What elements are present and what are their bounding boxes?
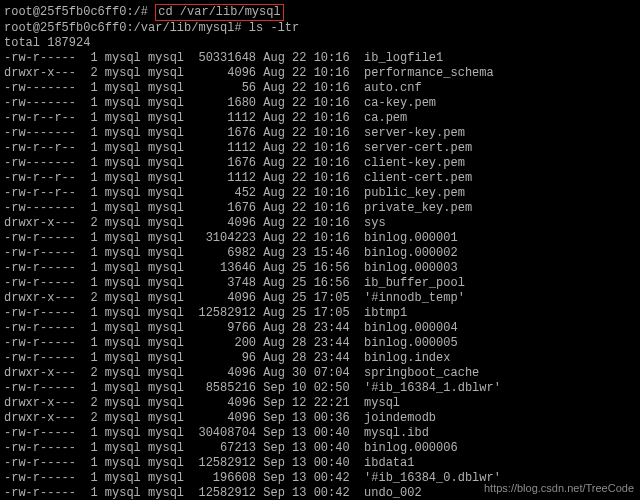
file-name: undo_002 (364, 486, 422, 500)
list-row: -rw------- 1 mysql mysql 1676 Aug 22 10:… (4, 156, 636, 171)
file-name: ib_buffer_pool (364, 276, 465, 290)
list-row: -rw-r--r-- 1 mysql mysql 1112 Aug 22 10:… (4, 171, 636, 186)
list-row: -rw-r----- 1 mysql mysql 30408704 Sep 13… (4, 426, 636, 441)
list-row: -rw-r----- 1 mysql mysql 96 Aug 28 23:44… (4, 351, 636, 366)
file-name: ib_logfile1 (364, 51, 443, 65)
list-row: -rw-r----- 1 mysql mysql 50331648 Aug 22… (4, 51, 636, 66)
file-name: '#innodb_temp' (364, 291, 465, 305)
list-row: -rw-r----- 1 mysql mysql 3748 Aug 25 16:… (4, 276, 636, 291)
file-name: binlog.000003 (364, 261, 458, 275)
file-name: public_key.pem (364, 186, 465, 200)
list-row: drwxr-x--- 2 mysql mysql 4096 Aug 25 17:… (4, 291, 636, 306)
list-row: -rw-r----- 1 mysql mysql 3104223 Aug 22 … (4, 231, 636, 246)
list-row: -rw-r----- 1 mysql mysql 12582912 Sep 13… (4, 456, 636, 471)
watermark: https://blog.csdn.net/TreeCode (484, 481, 634, 496)
total-line: total 187924 (4, 36, 636, 51)
list-row: -rw-r----- 1 mysql mysql 12582912 Aug 25… (4, 306, 636, 321)
file-name: server-cert.pem (364, 141, 472, 155)
file-name: binlog.000006 (364, 441, 458, 455)
list-row: drwxr-x--- 2 mysql mysql 4096 Aug 22 10:… (4, 216, 636, 231)
list-row: drwxr-x--- 2 mysql mysql 4096 Aug 22 10:… (4, 66, 636, 81)
list-row: -rw-r----- 1 mysql mysql 8585216 Sep 10 … (4, 381, 636, 396)
file-name: mysql (364, 396, 400, 410)
list-row: -rw-r----- 1 mysql mysql 13646 Aug 25 16… (4, 261, 636, 276)
list-row: -rw-r--r-- 1 mysql mysql 452 Aug 22 10:1… (4, 186, 636, 201)
list-row: -rw------- 1 mysql mysql 56 Aug 22 10:16… (4, 81, 636, 96)
list-row: drwxr-x--- 2 mysql mysql 4096 Sep 13 00:… (4, 411, 636, 426)
file-name: binlog.000004 (364, 321, 458, 335)
file-name: private_key.pem (364, 201, 472, 215)
file-name: ca-key.pem (364, 96, 436, 110)
file-name: client-key.pem (364, 156, 465, 170)
file-name: '#ib_16384_0.dblwr' (364, 471, 501, 485)
file-name: joindemodb (364, 411, 436, 425)
file-name: sys (364, 216, 386, 230)
file-name: '#ib_16384_1.dblwr' (364, 381, 501, 395)
file-listing: -rw-r----- 1 mysql mysql 50331648 Aug 22… (4, 51, 636, 500)
file-name: binlog.000001 (364, 231, 458, 245)
list-row: -rw------- 1 mysql mysql 1680 Aug 22 10:… (4, 96, 636, 111)
file-name: springboot_cache (364, 366, 479, 380)
list-row: drwxr-x--- 2 mysql mysql 4096 Aug 30 07:… (4, 366, 636, 381)
file-name: binlog.index (364, 351, 450, 365)
list-row: -rw-r----- 1 mysql mysql 6982 Aug 23 15:… (4, 246, 636, 261)
prompt-user: root@25f5fb0c6ff0:/var/lib/mysql (4, 21, 234, 35)
file-name: ca.pem (364, 111, 407, 125)
list-row: -rw------- 1 mysql mysql 1676 Aug 22 10:… (4, 201, 636, 216)
prompt-symbol: # (141, 5, 148, 19)
prompt-symbol: # (234, 21, 241, 35)
list-row: -rw-r----- 1 mysql mysql 9766 Aug 28 23:… (4, 321, 636, 336)
list-row: -rw-r----- 1 mysql mysql 67213 Sep 13 00… (4, 441, 636, 456)
file-name: ibtmp1 (364, 306, 407, 320)
file-name: performance_schema (364, 66, 494, 80)
file-name: server-key.pem (364, 126, 465, 140)
file-name: client-cert.pem (364, 171, 472, 185)
prompt-user: root@25f5fb0c6ff0:/ (4, 5, 141, 19)
file-name: binlog.000005 (364, 336, 458, 350)
file-name: binlog.000002 (364, 246, 458, 260)
list-row: -rw------- 1 mysql mysql 1676 Aug 22 10:… (4, 126, 636, 141)
prompt-line-2: root@25f5fb0c6ff0:/var/lib/mysql# ls -lt… (4, 21, 636, 36)
file-name: ibdata1 (364, 456, 414, 470)
list-row: -rw-r--r-- 1 mysql mysql 1112 Aug 22 10:… (4, 141, 636, 156)
list-row: drwxr-x--- 2 mysql mysql 4096 Sep 12 22:… (4, 396, 636, 411)
list-row: -rw-r--r-- 1 mysql mysql 1112 Aug 22 10:… (4, 111, 636, 126)
list-row: -rw-r----- 1 mysql mysql 200 Aug 28 23:4… (4, 336, 636, 351)
terminal-output: root@25f5fb0c6ff0:/# cd /var/lib/mysql r… (4, 4, 636, 500)
prompt-line-1: root@25f5fb0c6ff0:/# cd /var/lib/mysql (4, 4, 636, 21)
file-name: auto.cnf (364, 81, 422, 95)
file-name: mysql.ibd (364, 426, 429, 440)
command-ls: ls -ltr (249, 21, 299, 35)
command-cd: cd /var/lib/mysql (155, 4, 283, 21)
